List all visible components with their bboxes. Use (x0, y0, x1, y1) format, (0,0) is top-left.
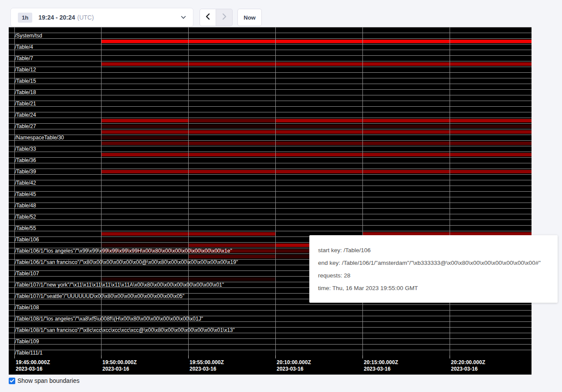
heatmap-cell[interactable] (9, 153, 101, 156)
heatmap-cell[interactable] (362, 45, 450, 49)
heatmap-cell[interactable] (188, 159, 275, 162)
heatmap-cell[interactable] (188, 102, 275, 105)
heatmap-cell[interactable] (362, 204, 450, 207)
heatmap-row[interactable] (9, 123, 532, 129)
heatmap-cell[interactable] (9, 328, 101, 332)
heatmap-cell[interactable] (9, 345, 101, 349)
heatmap-cell[interactable] (101, 28, 188, 32)
heatmap-row[interactable] (9, 38, 532, 44)
heatmap-cell[interactable] (188, 294, 275, 298)
heatmap-cell[interactable] (101, 300, 188, 304)
heatmap-cell[interactable] (101, 345, 188, 349)
heatmap-cell[interactable] (101, 57, 188, 60)
heatmap-cell[interactable] (9, 232, 101, 236)
heatmap-row[interactable] (9, 203, 532, 208)
heatmap-cell[interactable] (362, 311, 450, 315)
heatmap-cell[interactable] (101, 159, 188, 162)
heatmap-cell[interactable] (362, 40, 450, 43)
heatmap-cell[interactable] (188, 317, 275, 321)
heatmap-cell[interactable] (362, 351, 450, 355)
heatmap-cell[interactable] (9, 334, 101, 338)
heatmap-cell[interactable] (275, 345, 362, 349)
heatmap-cell[interactable] (275, 334, 362, 338)
heatmap-cell[interactable] (101, 334, 188, 338)
heatmap-cell[interactable] (188, 119, 275, 122)
heatmap-cell[interactable] (101, 328, 188, 332)
heatmap-cell[interactable] (101, 317, 188, 321)
heatmap-cell[interactable] (188, 283, 275, 287)
heatmap-cell[interactable] (9, 238, 101, 241)
heatmap-cell[interactable] (362, 130, 450, 134)
heatmap-cell[interactable] (188, 277, 275, 281)
heatmap-cell[interactable] (9, 68, 101, 71)
heatmap-cell[interactable] (450, 136, 532, 139)
heatmap-cell[interactable] (9, 198, 101, 202)
heatmap-cell[interactable] (450, 334, 532, 338)
heatmap-cell[interactable] (362, 164, 450, 168)
heatmap-cell[interactable] (275, 34, 362, 37)
heatmap-cell[interactable] (101, 62, 188, 66)
heatmap-cell[interactable] (101, 283, 188, 287)
heatmap-cell[interactable] (188, 187, 275, 190)
heatmap-cell[interactable] (275, 74, 362, 77)
heatmap-cell[interactable] (188, 266, 275, 270)
heatmap-cell[interactable] (101, 130, 188, 134)
heatmap-cell[interactable] (362, 74, 450, 77)
heatmap-cell[interactable] (450, 345, 532, 349)
heatmap-cell[interactable] (450, 102, 532, 105)
heatmap-cell[interactable] (188, 136, 275, 139)
heatmap-cell[interactable] (362, 323, 450, 326)
heatmap-cell[interactable] (362, 96, 450, 100)
heatmap-cell[interactable] (450, 142, 532, 145)
heatmap-cell[interactable] (450, 34, 532, 37)
heatmap-cell[interactable] (101, 311, 188, 315)
heatmap-cell[interactable] (188, 74, 275, 77)
heatmap-cell[interactable] (450, 57, 532, 60)
heatmap-cell[interactable] (188, 176, 275, 179)
heatmap-cell[interactable] (101, 136, 188, 139)
heatmap-cell[interactable] (362, 125, 450, 128)
heatmap-cell[interactable] (362, 142, 450, 145)
heatmap-row[interactable] (9, 197, 532, 203)
heatmap-row[interactable] (9, 208, 532, 214)
heatmap-cell[interactable] (362, 193, 450, 196)
heatmap-cell[interactable] (101, 51, 188, 54)
heatmap-cell[interactable] (362, 210, 450, 213)
heatmap-cell[interactable] (450, 215, 532, 219)
heatmap-cell[interactable] (9, 57, 101, 60)
heatmap-cell[interactable] (9, 164, 101, 168)
heatmap-cell[interactable] (275, 187, 362, 190)
heatmap-cell[interactable] (9, 79, 101, 83)
heatmap-cell[interactable] (101, 260, 188, 264)
heatmap-cell[interactable] (188, 164, 275, 168)
heatmap-cell[interactable] (275, 210, 362, 213)
heatmap-row[interactable] (9, 304, 532, 310)
heatmap-cell[interactable] (275, 317, 362, 321)
heatmap-cell[interactable] (101, 45, 188, 49)
heatmap-cell[interactable] (450, 74, 532, 77)
heatmap-cell[interactable] (188, 57, 275, 60)
heatmap-cell[interactable] (450, 210, 532, 213)
heatmap-cell[interactable] (101, 142, 188, 145)
heatmap-cell[interactable] (188, 142, 275, 145)
heatmap-cell[interactable] (450, 164, 532, 168)
heatmap-cell[interactable] (275, 51, 362, 54)
show-span-boundaries-checkbox[interactable] (9, 378, 15, 384)
heatmap-cell[interactable] (450, 193, 532, 196)
heatmap-cell[interactable] (188, 243, 275, 247)
heatmap-cell[interactable] (275, 159, 362, 162)
heatmap-cell[interactable] (450, 51, 532, 54)
heatmap-row[interactable] (9, 214, 532, 220)
heatmap-cell[interactable] (188, 130, 275, 134)
heatmap-cell[interactable] (101, 40, 188, 43)
heatmap-cell[interactable] (9, 181, 101, 185)
heatmap-cell[interactable] (101, 74, 188, 77)
heatmap-cell[interactable] (188, 198, 275, 202)
heatmap-cell[interactable] (188, 204, 275, 207)
heatmap-row[interactable] (9, 174, 532, 180)
heatmap-cell[interactable] (450, 317, 532, 321)
heatmap-cell[interactable] (362, 306, 450, 309)
heatmap-row[interactable] (9, 191, 532, 197)
heatmap-cell[interactable] (101, 164, 188, 168)
heatmap-cell[interactable] (450, 159, 532, 162)
